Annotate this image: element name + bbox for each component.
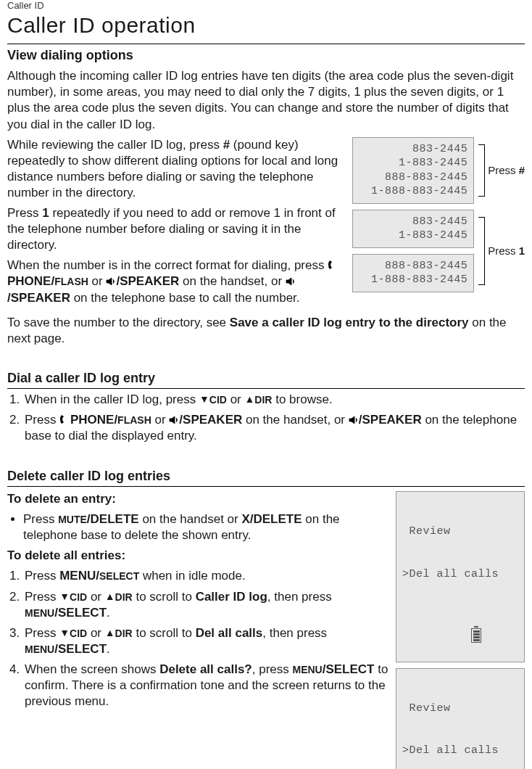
para: Although the incoming caller ID log entr… [7,68,525,132]
section-heading-dial-entry: Dial a caller ID log entry [7,370,525,387]
lcd-delete-group: Review >Del all calls Review >Del all ca… [396,491,525,769]
page-title: Caller ID operation [7,11,525,39]
speaker-icon [286,277,296,286]
phone-icon [328,260,335,270]
press-hash-label: Press # [488,163,525,178]
section-heading-delete: Delete caller ID log entries [7,468,525,485]
list-item: When in the caller ID log, press ▼CID or… [23,392,525,408]
lcd-press1-bottom: 888-883-2445 1-888-883-2445 [352,254,474,292]
up-arrow-icon: ▲ [105,626,115,639]
lcd-examples-group: 883-2445 1-883-2445 888-883-2445 1-888-8… [352,137,525,292]
up-arrow-icon: ▲ [245,392,255,406]
press-1-label: Press 1 [488,244,525,258]
lcd-hash-options: 883-2445 1-883-2445 888-883-2445 1-888-8… [352,137,474,204]
lcd-del-all-1: Review >Del all calls [396,491,525,662]
speaker-icon [349,416,359,424]
down-arrow-icon: ▼ [59,626,70,639]
speaker-icon [169,416,179,424]
divider [7,388,525,389]
para: To save the number to the directory, see… [7,315,525,347]
up-arrow-icon: ▲ [105,590,115,603]
list-item: Press PHONE/FLASH or /SPEAKER on the han… [23,412,525,444]
divider [7,44,525,44]
down-arrow-icon: ▼ [59,590,70,603]
battery-icon [471,628,481,643]
section-heading-view-options: View dialing options [7,47,525,64]
speaker-icon [106,277,116,286]
phone-icon [59,414,67,424]
lcd-del-all-2: Review >Del all calls ▲▼ [396,668,525,770]
lcd-press1-top: 883-2445 1-883-2445 [352,210,474,248]
dial-steps-list: When in the caller ID log, press ▼CID or… [7,392,525,444]
divider [7,486,525,487]
down-arrow-icon: ▼ [199,392,209,406]
